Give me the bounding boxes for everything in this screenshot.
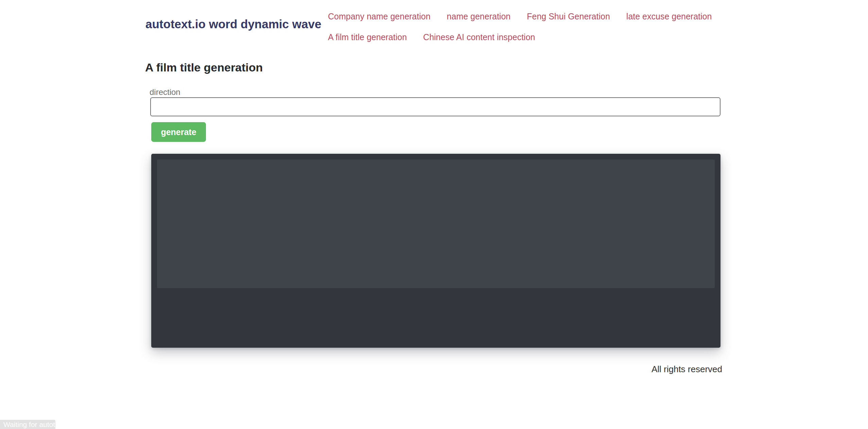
nav-link-chinese-ai-content-inspection[interactable]: Chinese AI content inspection <box>423 31 535 44</box>
nav-link-feng-shui-generation[interactable]: Feng Shui Generation <box>527 10 610 23</box>
browser-status-bubble: Waiting for autotex <box>0 420 55 429</box>
nav-link-late-excuse-generation[interactable]: late excuse generation <box>626 10 712 23</box>
output-result-panel <box>157 160 715 288</box>
page-title: A film title generation <box>145 60 263 75</box>
nav-link-film-title-generation[interactable]: A film title generation <box>328 31 407 44</box>
browser-status-text: Waiting for autotex <box>0 420 55 429</box>
nav-link-name-generation[interactable]: name generation <box>447 10 511 23</box>
nav-link-company-name-generation[interactable]: Company name generation <box>328 10 431 23</box>
main-nav: Company name generation name generation … <box>328 10 719 44</box>
generate-button[interactable]: generate <box>151 122 206 142</box>
output-card <box>151 154 721 348</box>
direction-label: direction <box>150 87 180 97</box>
direction-input[interactable] <box>150 97 721 116</box>
copyright-text: All rights reserved <box>652 363 722 375</box>
site-logo[interactable]: autotext.io word dynamic wave <box>145 17 321 31</box>
page: autotext.io word dynamic wave Company na… <box>0 0 868 429</box>
